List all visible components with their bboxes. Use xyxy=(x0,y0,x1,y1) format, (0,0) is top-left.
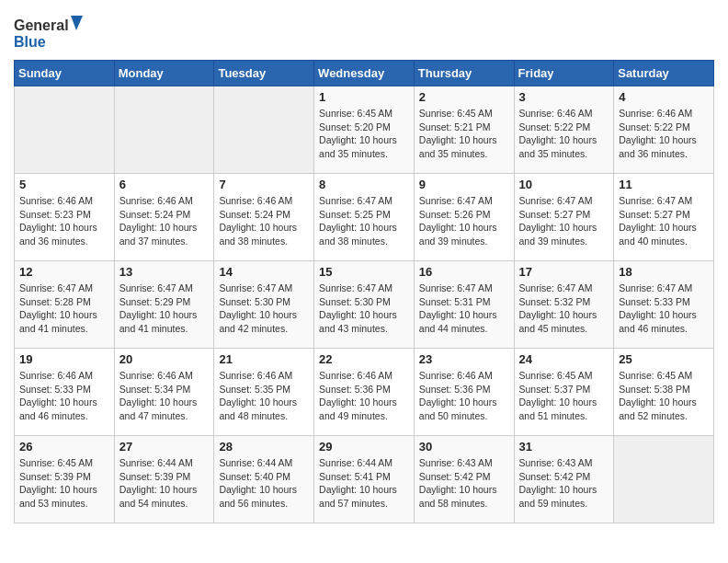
day-detail: Sunrise: 6:46 AMSunset: 5:22 PMDaylight:… xyxy=(519,107,609,161)
day-number: 13 xyxy=(119,265,210,279)
day-number: 22 xyxy=(319,352,409,366)
calendar-cell: 29Sunrise: 6:44 AMSunset: 5:41 PMDayligh… xyxy=(314,436,415,523)
calendar-cell: 9Sunrise: 6:47 AMSunset: 5:26 PMDaylight… xyxy=(414,174,514,261)
calendar-cell: 19Sunrise: 6:46 AMSunset: 5:33 PMDayligh… xyxy=(15,349,115,436)
day-detail: Sunrise: 6:47 AMSunset: 5:33 PMDaylight:… xyxy=(619,282,709,336)
calendar-cell: 31Sunrise: 6:43 AMSunset: 5:42 PMDayligh… xyxy=(514,436,614,523)
day-number: 7 xyxy=(219,178,309,191)
calendar-cell: 3Sunrise: 6:46 AMSunset: 5:22 PMDaylight… xyxy=(514,86,614,174)
day-detail: Sunrise: 6:44 AMSunset: 5:40 PMDaylight:… xyxy=(219,456,309,511)
day-detail: Sunrise: 6:45 AMSunset: 5:21 PMDaylight:… xyxy=(419,107,509,161)
day-detail: Sunrise: 6:47 AMSunset: 5:26 PMDaylight:… xyxy=(419,194,509,248)
calendar-cell: 13Sunrise: 6:47 AMSunset: 5:29 PMDayligh… xyxy=(114,261,214,349)
calendar-cell: 15Sunrise: 6:47 AMSunset: 5:30 PMDayligh… xyxy=(314,261,415,349)
calendar-cell: 17Sunrise: 6:47 AMSunset: 5:32 PMDayligh… xyxy=(514,261,614,349)
day-number: 15 xyxy=(319,265,409,279)
day-number: 16 xyxy=(419,265,509,279)
calendar-cell: 11Sunrise: 6:47 AMSunset: 5:27 PMDayligh… xyxy=(614,174,714,261)
calendar-cell: 26Sunrise: 6:45 AMSunset: 5:39 PMDayligh… xyxy=(15,436,115,523)
day-number: 27 xyxy=(119,440,210,454)
day-number: 23 xyxy=(419,352,509,366)
calendar-cell: 10Sunrise: 6:47 AMSunset: 5:27 PMDayligh… xyxy=(514,174,614,261)
weekday-header-monday: Monday xyxy=(114,61,214,86)
svg-marker-2 xyxy=(71,16,83,30)
day-number: 9 xyxy=(419,178,509,191)
day-number: 4 xyxy=(619,90,709,104)
day-detail: Sunrise: 6:47 AMSunset: 5:25 PMDaylight:… xyxy=(319,194,409,248)
calendar-cell xyxy=(214,86,314,174)
day-number: 10 xyxy=(519,178,609,191)
calendar-cell: 7Sunrise: 6:46 AMSunset: 5:24 PMDaylight… xyxy=(214,174,314,261)
day-detail: Sunrise: 6:47 AMSunset: 5:31 PMDaylight:… xyxy=(419,282,509,336)
day-number: 1 xyxy=(319,90,409,104)
calendar-table: SundayMondayTuesdayWednesdayThursdayFrid… xyxy=(14,60,714,523)
weekday-header-friday: Friday xyxy=(514,61,614,86)
day-number: 19 xyxy=(19,352,109,366)
calendar-week-row: 19Sunrise: 6:46 AMSunset: 5:33 PMDayligh… xyxy=(15,349,714,436)
svg-text:General: General xyxy=(14,17,69,33)
calendar-cell: 22Sunrise: 6:46 AMSunset: 5:36 PMDayligh… xyxy=(314,349,415,436)
day-detail: Sunrise: 6:45 AMSunset: 5:39 PMDaylight:… xyxy=(19,456,109,511)
logo-icon: GeneralBlue xyxy=(14,14,87,51)
calendar-cell: 1Sunrise: 6:45 AMSunset: 5:20 PMDaylight… xyxy=(314,86,415,174)
day-detail: Sunrise: 6:46 AMSunset: 5:24 PMDaylight:… xyxy=(119,194,210,248)
calendar-week-row: 5Sunrise: 6:46 AMSunset: 5:23 PMDaylight… xyxy=(15,174,714,261)
calendar-cell: 4Sunrise: 6:46 AMSunset: 5:22 PMDaylight… xyxy=(614,86,714,174)
calendar-cell xyxy=(15,86,115,174)
day-number: 26 xyxy=(19,440,109,454)
calendar-week-row: 1Sunrise: 6:45 AMSunset: 5:20 PMDaylight… xyxy=(15,86,714,174)
calendar-cell: 6Sunrise: 6:46 AMSunset: 5:24 PMDaylight… xyxy=(114,174,214,261)
calendar-cell: 25Sunrise: 6:45 AMSunset: 5:38 PMDayligh… xyxy=(614,349,714,436)
day-number: 25 xyxy=(619,352,709,366)
weekday-header-saturday: Saturday xyxy=(614,61,714,86)
weekday-header-wednesday: Wednesday xyxy=(314,61,415,86)
day-number: 12 xyxy=(19,265,109,279)
day-number: 8 xyxy=(319,178,409,191)
day-detail: Sunrise: 6:47 AMSunset: 5:32 PMDaylight:… xyxy=(519,282,609,336)
calendar-cell: 27Sunrise: 6:44 AMSunset: 5:39 PMDayligh… xyxy=(114,436,214,523)
calendar-cell: 2Sunrise: 6:45 AMSunset: 5:21 PMDaylight… xyxy=(414,86,514,174)
calendar-cell xyxy=(114,86,214,174)
day-detail: Sunrise: 6:45 AMSunset: 5:20 PMDaylight:… xyxy=(319,107,409,161)
calendar-cell: 18Sunrise: 6:47 AMSunset: 5:33 PMDayligh… xyxy=(614,261,714,349)
logo: GeneralBlue xyxy=(14,14,87,51)
calendar-week-row: 12Sunrise: 6:47 AMSunset: 5:28 PMDayligh… xyxy=(15,261,714,349)
weekday-header-sunday: Sunday xyxy=(15,61,115,86)
day-detail: Sunrise: 6:46 AMSunset: 5:23 PMDaylight:… xyxy=(19,194,109,248)
day-detail: Sunrise: 6:47 AMSunset: 5:30 PMDaylight:… xyxy=(319,282,409,336)
day-detail: Sunrise: 6:46 AMSunset: 5:33 PMDaylight:… xyxy=(19,369,109,423)
day-detail: Sunrise: 6:47 AMSunset: 5:30 PMDaylight:… xyxy=(219,282,309,336)
day-number: 29 xyxy=(319,440,409,454)
calendar-cell: 20Sunrise: 6:46 AMSunset: 5:34 PMDayligh… xyxy=(114,349,214,436)
day-number: 24 xyxy=(519,352,609,366)
day-detail: Sunrise: 6:47 AMSunset: 5:29 PMDaylight:… xyxy=(119,282,210,336)
day-detail: Sunrise: 6:46 AMSunset: 5:24 PMDaylight:… xyxy=(219,194,309,248)
weekday-header-tuesday: Tuesday xyxy=(214,61,314,86)
page-header: GeneralBlue xyxy=(14,14,714,51)
day-number: 31 xyxy=(519,440,609,454)
weekday-header-row: SundayMondayTuesdayWednesdayThursdayFrid… xyxy=(15,61,714,86)
day-number: 21 xyxy=(219,352,309,366)
day-number: 6 xyxy=(119,178,210,191)
calendar-cell: 21Sunrise: 6:46 AMSunset: 5:35 PMDayligh… xyxy=(214,349,314,436)
day-number: 2 xyxy=(419,90,509,104)
day-detail: Sunrise: 6:46 AMSunset: 5:22 PMDaylight:… xyxy=(619,107,709,161)
calendar-cell: 16Sunrise: 6:47 AMSunset: 5:31 PMDayligh… xyxy=(414,261,514,349)
calendar-cell: 24Sunrise: 6:45 AMSunset: 5:37 PMDayligh… xyxy=(514,349,614,436)
calendar-cell: 8Sunrise: 6:47 AMSunset: 5:25 PMDaylight… xyxy=(314,174,415,261)
day-detail: Sunrise: 6:47 AMSunset: 5:28 PMDaylight:… xyxy=(19,282,109,336)
day-number: 28 xyxy=(219,440,309,454)
day-detail: Sunrise: 6:43 AMSunset: 5:42 PMDaylight:… xyxy=(419,456,509,511)
day-detail: Sunrise: 6:43 AMSunset: 5:42 PMDaylight:… xyxy=(519,456,609,511)
calendar-cell: 14Sunrise: 6:47 AMSunset: 5:30 PMDayligh… xyxy=(214,261,314,349)
weekday-header-thursday: Thursday xyxy=(414,61,514,86)
day-number: 20 xyxy=(119,352,210,366)
day-number: 30 xyxy=(419,440,509,454)
day-number: 14 xyxy=(219,265,309,279)
day-detail: Sunrise: 6:47 AMSunset: 5:27 PMDaylight:… xyxy=(519,194,609,248)
day-number: 17 xyxy=(519,265,609,279)
day-detail: Sunrise: 6:47 AMSunset: 5:27 PMDaylight:… xyxy=(619,194,709,248)
calendar-cell: 23Sunrise: 6:46 AMSunset: 5:36 PMDayligh… xyxy=(414,349,514,436)
day-detail: Sunrise: 6:44 AMSunset: 5:41 PMDaylight:… xyxy=(319,456,409,511)
day-number: 3 xyxy=(519,90,609,104)
